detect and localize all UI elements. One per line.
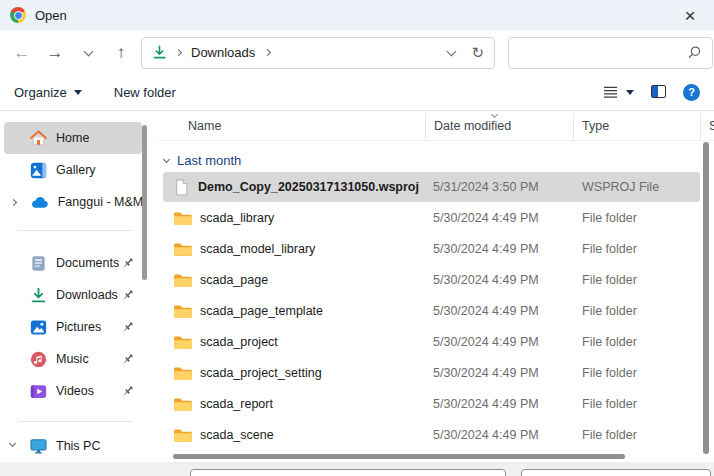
- file-name: scada_page_template: [200, 304, 323, 318]
- file-row[interactable]: scada_page 5/30/2024 4:49 PM File folder: [163, 265, 700, 295]
- gallery-icon: [30, 162, 47, 179]
- sidebar-separator: [18, 421, 132, 422]
- pin-icon: [122, 385, 134, 397]
- organize-button[interactable]: Organize: [14, 85, 82, 100]
- new-folder-label: New folder: [114, 85, 176, 100]
- file-row[interactable]: scada_project 5/30/2024 4:49 PM File fol…: [163, 327, 700, 357]
- forward-button[interactable]: →: [41, 39, 69, 67]
- folder-icon: [173, 397, 192, 412]
- dropdown-triangle-icon: [74, 90, 82, 95]
- file-type: File folder: [573, 335, 700, 349]
- dialog-bottom: [0, 462, 714, 476]
- open-dialog: Open × ← → ↑ Downloads ↻ Organize New fo…: [0, 0, 714, 476]
- vertical-scrollbar[interactable]: [703, 142, 709, 454]
- folder-icon: [173, 366, 192, 381]
- dropdown-triangle-icon: [626, 90, 634, 95]
- breadcrumb-chevron-icon[interactable]: [175, 49, 182, 56]
- sidebar-item-music[interactable]: Music: [4, 343, 142, 375]
- column-label: Type: [582, 119, 609, 133]
- column-header-name[interactable]: Name: [158, 113, 425, 139]
- sidebar-item-label: Fanggui - M&M: [58, 195, 142, 209]
- back-button[interactable]: ←: [8, 39, 36, 67]
- expand-chevron-icon[interactable]: [10, 198, 17, 205]
- file-type: File folder: [573, 273, 700, 287]
- recent-locations-button[interactable]: [74, 39, 102, 67]
- sidebar-item-downloads[interactable]: Downloads: [4, 279, 142, 311]
- file-list: Name Date modified Type S Last month Dem…: [158, 112, 714, 462]
- column-label: Name: [188, 119, 221, 133]
- sidebar-scrollbar[interactable]: [142, 125, 147, 280]
- file-row[interactable]: scada_model_library 5/30/2024 4:49 PM Fi…: [163, 234, 700, 264]
- file-date: 5/30/2024 4:49 PM: [425, 335, 573, 349]
- horizontal-scrollbar[interactable]: [173, 454, 625, 459]
- sidebar-item-videos[interactable]: Videos: [4, 375, 142, 407]
- onedrive-cloud-icon: [30, 196, 49, 209]
- window-title: Open: [35, 8, 67, 23]
- file-date: 5/30/2024 4:49 PM: [425, 273, 573, 287]
- sidebar-item-label: Documents: [56, 256, 119, 270]
- group-label: Last month: [177, 153, 241, 168]
- search-input[interactable]: [519, 46, 687, 60]
- pictures-icon: [30, 319, 47, 336]
- file-type: File folder: [573, 366, 700, 380]
- file-date: 5/30/2024 4:49 PM: [425, 242, 573, 256]
- column-header-size[interactable]: S: [700, 113, 714, 139]
- column-headers: Name Date modified Type S: [158, 112, 714, 141]
- file-type: File folder: [573, 397, 700, 411]
- file-name-input[interactable]: [190, 469, 506, 476]
- sidebar-item-label: Music: [56, 352, 89, 366]
- folder-icon: [173, 211, 192, 226]
- file-row[interactable]: scada_report 5/30/2024 4:49 PM File fold…: [163, 389, 700, 419]
- column-header-date-modified[interactable]: Date modified: [425, 113, 573, 139]
- address-history-chevron-icon[interactable]: [447, 46, 457, 56]
- breadcrumb-item-downloads[interactable]: Downloads: [191, 45, 255, 60]
- folder-icon: [173, 335, 192, 350]
- sidebar-item-gallery[interactable]: Gallery: [4, 154, 142, 186]
- sidebar-item-home[interactable]: Home: [4, 122, 142, 154]
- file-type: File folder: [573, 211, 700, 225]
- up-button[interactable]: ↑: [107, 39, 135, 67]
- file-name: scada_project_setting: [200, 366, 322, 380]
- breadcrumb-chevron-icon[interactable]: [264, 49, 271, 56]
- pin-icon: [122, 353, 134, 365]
- sidebar-item-pictures[interactable]: Pictures: [4, 311, 142, 343]
- file-type-select[interactable]: [521, 469, 711, 476]
- view-mode-button[interactable]: [603, 86, 634, 99]
- file-name: scada_scene: [200, 428, 274, 442]
- file-row[interactable]: scada_library 5/30/2024 4:49 PM File fol…: [163, 203, 700, 233]
- address-bar[interactable]: Downloads ↻: [141, 37, 495, 69]
- chrome-icon: [10, 7, 26, 23]
- file-date: 5/30/2024 4:49 PM: [425, 211, 573, 225]
- column-label: S: [709, 119, 714, 133]
- sidebar-item-label: Downloads: [56, 288, 118, 302]
- refresh-button[interactable]: ↻: [471, 44, 484, 62]
- collapse-chevron-icon[interactable]: [163, 155, 170, 162]
- file-date: 5/30/2024 4:49 PM: [425, 366, 573, 380]
- sidebar-item-label: Gallery: [56, 163, 96, 177]
- collapse-chevron-icon[interactable]: [9, 440, 16, 447]
- file-row[interactable]: scada_page_template 5/30/2024 4:49 PM Fi…: [163, 296, 700, 326]
- organize-label: Organize: [14, 85, 67, 100]
- help-button[interactable]: ?: [683, 84, 700, 101]
- sidebar-item-this-pc[interactable]: This PC: [4, 430, 142, 462]
- sidebar-item-label: Home: [56, 131, 89, 145]
- file-row[interactable]: Demo_Copy_20250317131050.wsproj 5/31/202…: [163, 172, 700, 202]
- documents-icon: [30, 255, 47, 272]
- sidebar-item-onedrive[interactable]: Fanggui - M&M: [4, 186, 142, 218]
- group-header-last-month[interactable]: Last month: [158, 150, 714, 171]
- downloads-icon: [30, 287, 47, 304]
- sidebar-item-documents[interactable]: Documents: [4, 247, 142, 279]
- videos-icon: [30, 383, 47, 400]
- column-header-type[interactable]: Type: [573, 113, 700, 139]
- file-row[interactable]: scada_scene 5/30/2024 4:49 PM File folde…: [163, 420, 700, 450]
- sidebar-item-label: Videos: [56, 384, 94, 398]
- preview-pane-button[interactable]: [651, 85, 666, 101]
- file-type: File folder: [573, 428, 700, 442]
- file-date: 5/30/2024 4:49 PM: [425, 428, 573, 442]
- file-row[interactable]: scada_project_setting 5/30/2024 4:49 PM …: [163, 358, 700, 388]
- file-name: Demo_Copy_20250317131050.wsproj: [198, 180, 419, 194]
- file-date: 5/30/2024 4:49 PM: [425, 397, 573, 411]
- file-name: scada_page: [200, 273, 268, 287]
- new-folder-button[interactable]: New folder: [114, 85, 176, 100]
- close-button[interactable]: ×: [676, 2, 704, 28]
